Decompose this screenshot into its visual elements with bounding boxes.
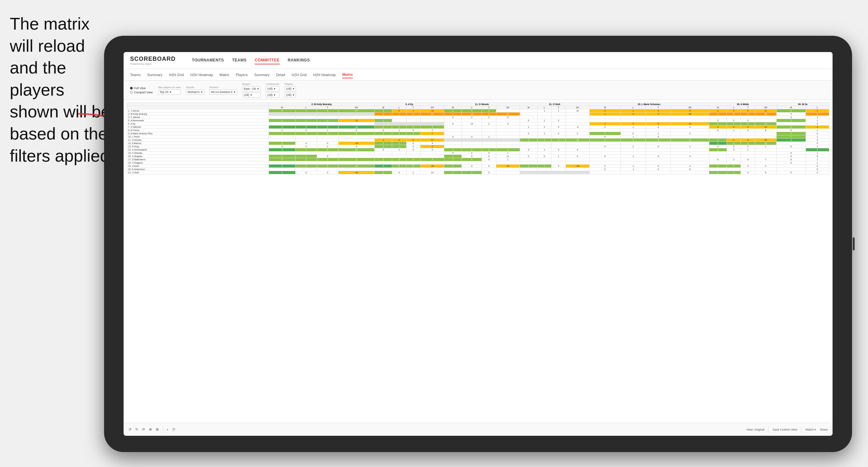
share-label: Share — [820, 428, 828, 431]
table-row: 16. X Mcgaha 210 10011 0010 0103 00 — [127, 155, 829, 158]
tab-summary2[interactable]: Summary — [254, 71, 270, 78]
col-t3: T — [482, 106, 496, 109]
view-original-label: View: Original — [746, 428, 764, 431]
tablet-side-button — [853, 238, 855, 250]
row-name: 10. L Perini — [127, 135, 269, 138]
undo-icon: ↺ — [128, 427, 131, 432]
watch-button[interactable]: Watch ▾ — [805, 428, 816, 431]
col-l2: L — [392, 106, 406, 109]
players-label: Players — [285, 83, 296, 86]
col-d5: Dif — [671, 106, 709, 109]
nav-links: TOURNAMENTS TEAMS COMMITTEE RANKINGS — [192, 57, 310, 64]
players-select[interactable]: (All) ▾ — [285, 86, 296, 91]
players-select2[interactable]: (All) ▾ — [285, 92, 296, 98]
logo-title: SCOREBOARD — [130, 56, 176, 62]
table-row: 5. A Nomrowski 310-11 1 010 000 11 — [127, 119, 829, 122]
view-options: Full View Compact View — [130, 87, 153, 94]
table-row: 12. A Bianchi 200-18 1104 20025 0 — [127, 142, 829, 145]
table-row: 17. D Ballesteros 3105 2003 1101 0207 01 — [127, 158, 829, 161]
tab-h2h-heatmap[interactable]: H2H Heatmap — [190, 71, 213, 78]
players-chevron: ▾ — [293, 87, 294, 90]
col-w7: W — [777, 106, 806, 109]
max-players-chevron: ▾ — [170, 90, 172, 94]
conference-select2[interactable]: (All) ▾ — [266, 92, 279, 98]
share-button[interactable]: Share — [820, 428, 828, 431]
grid-button[interactable]: ⊞ — [156, 427, 159, 432]
division-value: NCAA Division II — [211, 90, 232, 94]
tab-summary[interactable]: Summary — [147, 71, 162, 78]
tab-detail[interactable]: Detail — [276, 71, 285, 78]
col-t6: T — [741, 106, 755, 109]
conference-select[interactable]: (All) ▾ — [266, 86, 279, 91]
row-name: 16. X Mcgaha — [127, 155, 269, 158]
row-name: 2. M Kelly Mulcahy — [127, 113, 269, 116]
col-l7: L — [806, 106, 829, 109]
table-row: 18. J Hodgson 01 — [127, 161, 829, 164]
tab-players[interactable]: Players — [236, 71, 248, 78]
gender-filter: Gender Women's ▾ — [186, 86, 204, 95]
region-value: East - DII — [244, 87, 256, 90]
save-custom-view-button[interactable]: Save Custom View — [772, 428, 797, 431]
full-view-option[interactable]: Full View — [130, 87, 153, 90]
col-l1: L — [295, 106, 317, 109]
matrix-content: 2. M Kelly Mulcahy 6. A Dy 11. G Woods 2… — [124, 100, 833, 423]
division-select[interactable]: NCAA Division II ▾ — [210, 89, 237, 95]
col-header-player7: 60. W Za — [777, 103, 829, 106]
nav-bar: SCOREBOARD Powered by clippd TOURNAMENTS… — [124, 52, 833, 69]
row-name: 13. N Klug — [127, 145, 269, 148]
col-header-name — [127, 103, 269, 106]
filter-bar: Full View Compact View Max players in vi… — [124, 81, 833, 100]
compact-view-option[interactable]: Compact View — [130, 91, 153, 94]
timer-button[interactable]: ⏱ — [172, 428, 176, 432]
gender-value: Women's — [188, 90, 200, 94]
nav-teams[interactable]: TEAMS — [232, 57, 247, 64]
max-players-select[interactable]: Top 25 ▾ — [158, 89, 181, 95]
col-t1: T — [317, 106, 338, 109]
region-chevron2: ▾ — [250, 93, 252, 97]
undo-button[interactable]: ↺ — [128, 427, 131, 432]
tab-matrix2[interactable]: Matrix — [342, 71, 352, 79]
row-name: 5. A Nomrowski — [127, 119, 269, 122]
refresh-button[interactable]: ⟳ — [142, 427, 145, 432]
nav-committee[interactable]: COMMITTEE — [255, 57, 280, 64]
timer-icon: ⏱ — [172, 428, 176, 432]
col-sub-name — [127, 106, 269, 109]
col-w2: W — [375, 106, 392, 109]
nav-tournaments[interactable]: TOURNAMENTS — [192, 57, 224, 64]
tab-h2h-grid[interactable]: H2H Grid — [169, 71, 184, 78]
col-w5: W — [589, 106, 621, 109]
row-name: 21. O Stoll — [127, 171, 269, 174]
conference-all2: (All) — [267, 93, 273, 97]
row-name: 7. O Mitchell — [127, 126, 269, 129]
tab-matrix[interactable]: Matrix — [219, 71, 229, 78]
row-name: 3. S Jelinek — [127, 116, 269, 119]
row-name: 20. E Andersson — [127, 168, 269, 171]
nav-rankings[interactable]: RANKINGS — [288, 57, 310, 64]
row-name: 6. A Dy — [127, 122, 269, 126]
col-w6: W — [709, 106, 727, 109]
region-select[interactable]: East - DII ▾ — [242, 86, 261, 91]
col-w1: W — [269, 106, 295, 109]
matrix-table: 2. M Kelly Mulcahy 6. A Dy 11. G Woods 2… — [127, 102, 829, 174]
toolbar-separator — [163, 426, 163, 433]
row-name: 12. A Bianchi — [127, 142, 269, 145]
redo-button[interactable]: ↻ — [135, 427, 138, 432]
tab-h2h-grid2[interactable]: H2H Grid — [292, 71, 307, 78]
region-select2[interactable]: (All) ▾ — [242, 92, 261, 98]
division-chevron: ▾ — [234, 90, 236, 94]
region-all: (All) — [244, 93, 249, 97]
full-view-label: Full View — [134, 87, 146, 90]
gender-select[interactable]: Women's ▾ — [186, 89, 204, 95]
tab-teams[interactable]: Teams — [130, 71, 141, 78]
col-w3: W — [444, 106, 462, 109]
add-button[interactable]: ⊕ — [149, 427, 152, 432]
table-row: 21. O Stoll 400-31 10114 110 1109 03 — [127, 171, 829, 174]
view-original-button[interactable]: View: Original — [746, 428, 764, 431]
tab-h2h-heatmap2[interactable]: H2H Heatmap — [313, 71, 336, 78]
max-players-filter: Max players in view Top 25 ▾ — [158, 86, 181, 95]
division-label: Division — [210, 86, 237, 89]
dot-icon: • — [167, 428, 168, 432]
conference-value: (All) — [267, 87, 273, 90]
dot-button[interactable]: • — [167, 428, 168, 432]
col-header-player5: 23. L Marie Schumac. — [589, 103, 709, 106]
